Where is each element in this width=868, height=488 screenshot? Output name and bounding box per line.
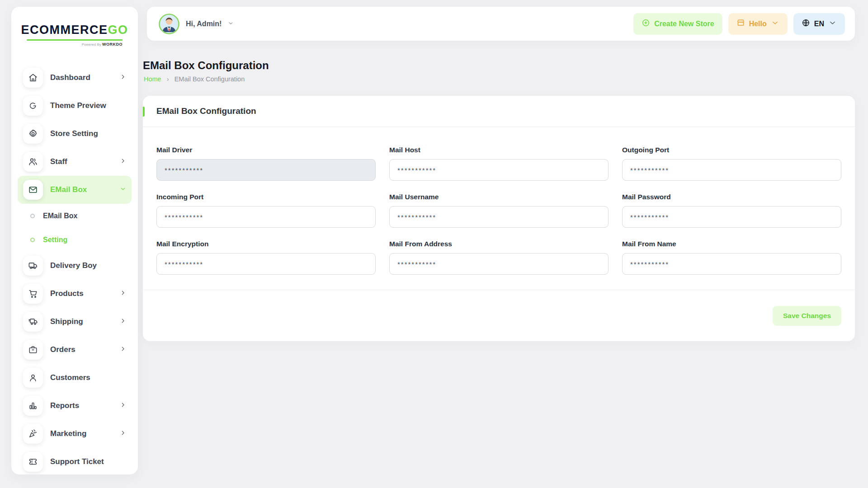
sidebar-item-label: Delivery Boy (50, 261, 126, 270)
sidebar-item[interactable]: Reports (18, 392, 132, 420)
card-body: Mail Driver Mail Host Outgoing Port Inco… (143, 127, 855, 275)
sidebar-item-label: Store Setting (50, 129, 126, 138)
field-input[interactable] (389, 159, 609, 181)
field-input[interactable] (389, 206, 609, 228)
card-footer: Save Changes (143, 290, 855, 341)
delivery-truck-icon (23, 256, 43, 276)
chevron-down-icon (228, 20, 234, 28)
brand-logo[interactable]: ECOMMERCEGO Powered By WORKDO (11, 7, 138, 64)
sidebar-item-label: Shipping (50, 317, 113, 326)
sidebar: ECOMMERCEGO Powered By WORKDO Dashboard … (11, 7, 138, 474)
shipping-truck-icon (23, 312, 43, 332)
field-label: Mail Host (389, 146, 609, 154)
sidebar-item-label: Support Ticket (50, 457, 126, 466)
form-field: Mail Password (622, 193, 841, 228)
chevron-right-icon (120, 346, 126, 354)
form-field: Mail From Name (622, 240, 841, 275)
sidebar-item-label: Marketing (50, 429, 113, 438)
chevron-right-icon (120, 74, 126, 82)
sidebar-item[interactable]: Support Ticket (18, 448, 132, 474)
field-label: Mail Encryption (156, 240, 376, 248)
form-field: Mail Encryption (156, 240, 376, 275)
email-config-card: EMail Box Configuration Mail Driver Mail… (143, 96, 855, 341)
card-header: EMail Box Configuration (143, 96, 855, 127)
sidebar-item[interactable]: Store Setting (18, 120, 132, 148)
field-input[interactable] (622, 159, 841, 181)
card-accent-bar (143, 107, 145, 117)
form-field: Mail Driver (156, 146, 376, 181)
field-label: Mail Driver (156, 146, 376, 154)
sidebar-item[interactable]: Marketing (18, 420, 132, 448)
staff-icon (23, 152, 43, 172)
breadcrumb-home-link[interactable]: Home (144, 75, 161, 83)
field-input[interactable] (389, 253, 609, 275)
bullet-icon (30, 214, 35, 218)
sidebar-item[interactable]: Dashboard (18, 64, 132, 92)
field-label: Mail From Name (622, 240, 841, 248)
field-input[interactable] (622, 253, 841, 275)
sidebar-item-label: Theme Preview (50, 101, 126, 110)
greeting-text: Hi, Admin! (186, 20, 222, 28)
field-input[interactable] (622, 206, 841, 228)
sidebar-item-label: Setting (43, 236, 126, 244)
form-field: Mail From Address (389, 240, 609, 275)
sidebar-item-label: Dashboard (50, 73, 113, 82)
sidebar-item[interactable]: Orders (18, 336, 132, 364)
sidebar-item[interactable]: Customers (18, 364, 132, 392)
chevron-down-icon (771, 19, 779, 29)
sidebar-nav: Dashboard Theme Preview Store Setting St… (11, 64, 138, 474)
sidebar-item-label: Staff (50, 157, 113, 166)
ticket-icon (23, 452, 43, 472)
field-input (156, 159, 376, 181)
sidebar-item-label: Products (50, 289, 113, 298)
sidebar-item-label: EMail Box (50, 185, 113, 194)
fields-grid: Mail Driver Mail Host Outgoing Port Inco… (156, 146, 841, 275)
avatar (159, 14, 179, 34)
briefcase-icon (23, 340, 43, 360)
brand-name: ECOMMERCEGO (21, 24, 128, 36)
chevron-right-icon (120, 402, 126, 410)
logo-underline (27, 39, 123, 41)
user-menu[interactable]: Hi, Admin! (159, 14, 234, 34)
plus-circle-icon (642, 19, 650, 29)
sidebar-item-label: EMail Box (43, 212, 126, 220)
sidebar-item[interactable]: Delivery Boy (18, 252, 132, 280)
customer-icon (23, 368, 43, 388)
sidebar-item[interactable]: Products (18, 280, 132, 308)
create-new-store-button[interactable]: Create New Store (633, 13, 722, 35)
card-title: EMail Box Configuration (156, 106, 256, 116)
field-label: Outgoing Port (622, 146, 841, 154)
chevron-right-icon (120, 158, 126, 166)
sidebar-item[interactable]: Setting (18, 228, 132, 252)
field-label: Mail Password (622, 193, 841, 201)
header-actions: Create New Store Hello EN (633, 13, 845, 35)
sidebar-item[interactable]: Shipping (18, 308, 132, 336)
field-input[interactable] (156, 253, 376, 275)
mail-icon (23, 180, 43, 200)
sidebar-item[interactable]: EMail Box (18, 204, 132, 228)
cart-icon (23, 284, 43, 304)
sidebar-item[interactable]: Staff (18, 148, 132, 176)
storefront-icon (736, 19, 745, 29)
chevron-right-icon (120, 290, 126, 298)
chevron-right-icon (120, 430, 126, 438)
page-title: EMail Box Configuration (143, 59, 269, 72)
field-input[interactable] (156, 206, 376, 228)
save-changes-button[interactable]: Save Changes (773, 306, 841, 326)
sidebar-item[interactable]: Theme Preview (18, 92, 132, 120)
globe-icon (802, 19, 810, 29)
sidebar-item[interactable]: EMail Box (18, 176, 132, 204)
breadcrumb: Home › EMail Box Configuration (144, 75, 245, 83)
field-label: Mail Username (389, 193, 609, 201)
sidebar-item-label: Customers (50, 373, 126, 382)
sidebar-item-label: Orders (50, 345, 113, 354)
top-header: Hi, Admin! Create New Store Hello EN (147, 7, 855, 41)
language-selector[interactable]: EN (793, 13, 845, 35)
field-label: Mail From Address (389, 240, 609, 248)
powered-by: Powered By WORKDO (27, 42, 123, 47)
store-hello-button[interactable]: Hello (728, 13, 788, 35)
home-icon (23, 68, 43, 88)
form-field: Incoming Port (156, 193, 376, 228)
form-field: Mail Username (389, 193, 609, 228)
theme-preview-icon (23, 96, 43, 116)
